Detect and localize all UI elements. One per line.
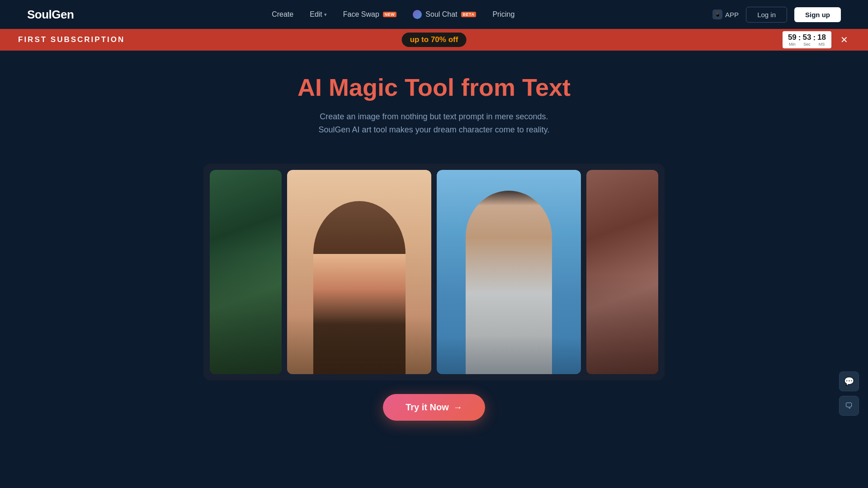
try-now-button[interactable]: Try it Now → (383, 394, 485, 421)
nav-face-swap[interactable]: Face Swap NEW (343, 10, 397, 19)
timer-seconds: 53 Sec (802, 33, 811, 47)
portrait-blurred-left (210, 170, 282, 374)
gallery-section (203, 164, 665, 380)
gallery-image-2 (287, 170, 431, 374)
nav-pricing[interactable]: Pricing (492, 10, 514, 19)
edit-chevron-icon: ▾ (324, 12, 327, 18)
hero-section: AI Magic Tool from Text Create an image … (0, 51, 868, 150)
nav-create[interactable]: Create (272, 10, 293, 19)
app-download-button[interactable]: 📱 APP (712, 9, 739, 19)
nav-links: Create Edit ▾ Face Swap NEW Soul Chat BE… (272, 10, 514, 19)
portrait-blurred-right (586, 170, 658, 374)
timer-colon-2: : (811, 33, 817, 42)
promo-text: FIRST SUBSCRIPTION (18, 35, 125, 44)
brand-logo[interactable]: SoulGen (27, 8, 74, 22)
gallery-card-2[interactable] (287, 170, 431, 374)
promo-timer-area: 59 Min : 53 Sec : 18 MS ✕ (783, 31, 850, 48)
promo-banner: FIRST SUBSCRIPTION up to 70% off 59 Min … (0, 29, 868, 51)
hero-title: AI Magic Tool from Text (0, 73, 868, 101)
face-swap-badge: NEW (383, 12, 397, 17)
timer-ms: 18 MS (817, 33, 826, 47)
nav-edit[interactable]: Edit ▾ (310, 10, 327, 19)
nav-soul-chat[interactable]: Soul Chat BETA (413, 10, 476, 19)
gallery-image-1 (210, 170, 282, 374)
chat-icon: 💬 (844, 376, 854, 386)
cta-container: Try it Now → (0, 394, 868, 421)
promo-discount[interactable]: up to 70% off (402, 33, 467, 47)
gallery-card-3[interactable] (437, 170, 581, 374)
support-icon: 🗨 (845, 401, 853, 411)
gallery-card-1[interactable] (210, 170, 282, 374)
promo-close-button[interactable]: ✕ (839, 34, 850, 45)
gallery-image-3 (437, 170, 581, 374)
navbar-actions: 📱 APP Log in Sign up (712, 7, 841, 23)
gallery-image-4 (586, 170, 658, 374)
floating-support-button[interactable]: 🗨 (839, 396, 859, 416)
timer-colon-1: : (797, 33, 803, 42)
portrait-man (437, 170, 581, 374)
cta-arrow-icon: → (453, 402, 462, 413)
countdown-timer: 59 Min : 53 Sec : 18 MS (783, 31, 831, 48)
login-button[interactable]: Log in (746, 7, 787, 23)
navbar: SoulGen Create Edit ▾ Face Swap NEW Soul… (0, 0, 868, 29)
hero-subtitle: Create an image from nothing but text pr… (0, 110, 868, 136)
timer-minutes: 59 Min (788, 33, 797, 47)
gallery-card-4[interactable] (586, 170, 658, 374)
floating-chat-button[interactable]: 💬 (839, 371, 859, 391)
app-icon: 📱 (712, 9, 722, 19)
soul-chat-icon (413, 10, 422, 19)
soul-chat-badge: BETA (461, 12, 476, 17)
portrait-woman (287, 170, 431, 374)
gallery-container (203, 164, 665, 380)
floating-buttons: 💬 🗨 (839, 371, 859, 416)
signup-button[interactable]: Sign up (794, 7, 841, 22)
